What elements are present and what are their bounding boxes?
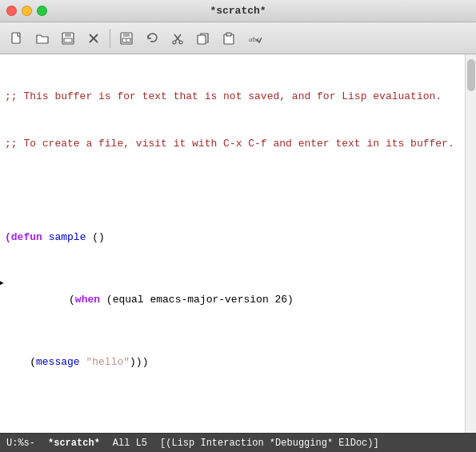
close-file-button[interactable] <box>82 26 106 50</box>
string-hello: "hello" <box>86 356 130 368</box>
copy-icon <box>196 31 210 46</box>
defun-line: (defun sample () <box>5 230 460 246</box>
titlebar: *scratch* <box>0 0 476 22</box>
paste-button[interactable] <box>217 26 241 50</box>
spell-check-button[interactable]: abc <box>242 26 266 50</box>
new-file-icon <box>10 31 24 46</box>
paste-icon <box>222 31 236 46</box>
svg-rect-16 <box>226 33 231 36</box>
code-display: ;; This buffer is for text that is not s… <box>5 58 460 433</box>
svg-point-12 <box>173 41 176 44</box>
undo-icon <box>145 31 159 46</box>
spell-check-icon: abc <box>247 31 262 46</box>
undo-button[interactable] <box>140 26 164 50</box>
window-title: *scratch* <box>210 5 266 17</box>
editor-area: ;; This buffer is for text that is not s… <box>0 54 476 433</box>
window-controls <box>6 6 47 16</box>
save-button[interactable] <box>56 26 80 50</box>
when-line: ► (when (equal emacs-major-version 26) <box>5 276 460 323</box>
fn-message: message <box>36 356 80 368</box>
empty-line-2 <box>5 401 460 417</box>
kw-when: when <box>75 294 100 306</box>
scrollbar-thumb[interactable] <box>467 59 475 91</box>
save-icon <box>61 31 75 46</box>
close-button[interactable] <box>6 6 17 16</box>
cut-icon <box>170 31 185 46</box>
message-line: (message "hello"))) <box>5 354 460 370</box>
open-file-button[interactable] <box>30 26 54 50</box>
save-as-icon: S <box>119 31 134 46</box>
editor-content[interactable]: ;; This buffer is for text that is not s… <box>0 54 465 433</box>
svg-rect-14 <box>198 35 206 44</box>
save-as-button[interactable]: S <box>114 26 138 50</box>
fn-sample-1: sample <box>49 231 86 243</box>
svg-rect-0 <box>12 33 20 43</box>
svg-rect-3 <box>64 38 72 42</box>
svg-rect-2 <box>65 33 71 37</box>
new-file-button[interactable] <box>5 26 29 50</box>
status-buffer: *scratch* <box>48 438 100 449</box>
copy-button[interactable] <box>191 26 215 50</box>
cut-button[interactable] <box>166 26 190 50</box>
separator-1 <box>110 29 110 48</box>
status-mode: U:%s- <box>6 438 35 449</box>
svg-text:abc: abc <box>249 35 259 43</box>
svg-point-13 <box>179 41 182 44</box>
maximize-button[interactable] <box>37 6 47 16</box>
vertical-scrollbar[interactable] <box>465 54 476 433</box>
cursor-indicator: ► <box>0 277 4 290</box>
minimize-button[interactable] <box>22 6 32 16</box>
comment-line-2: ;; To create a file, visit it with C-x C… <box>5 136 460 152</box>
comment-line-1: ;; This buffer is for text that is not s… <box>5 89 460 105</box>
open-file-icon <box>35 31 50 46</box>
svg-rect-7 <box>123 33 130 37</box>
status-position: All L5 <box>113 438 147 449</box>
empty-line-1 <box>5 182 460 198</box>
statusbar: U:%s- *scratch* All L5 [(Lisp Interactio… <box>0 433 476 452</box>
close-icon <box>87 32 100 45</box>
toolbar: S abc <box>0 22 476 54</box>
kw-defun: (defun <box>5 231 42 243</box>
status-minor-modes: [(Lisp Interaction *Debugging* ElDoc)] <box>160 438 379 449</box>
